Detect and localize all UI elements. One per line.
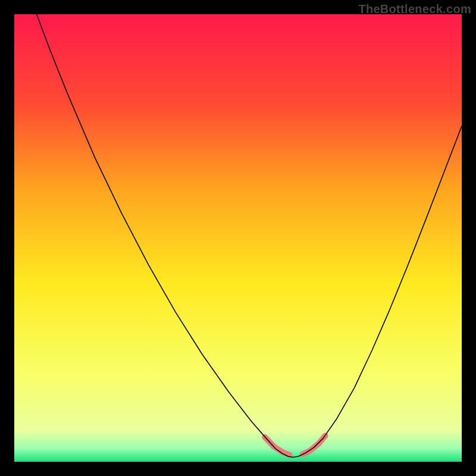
plot-background [14, 14, 462, 462]
bottleneck-chart [14, 14, 462, 462]
chart-frame: TheBottleneck.com [0, 0, 476, 476]
